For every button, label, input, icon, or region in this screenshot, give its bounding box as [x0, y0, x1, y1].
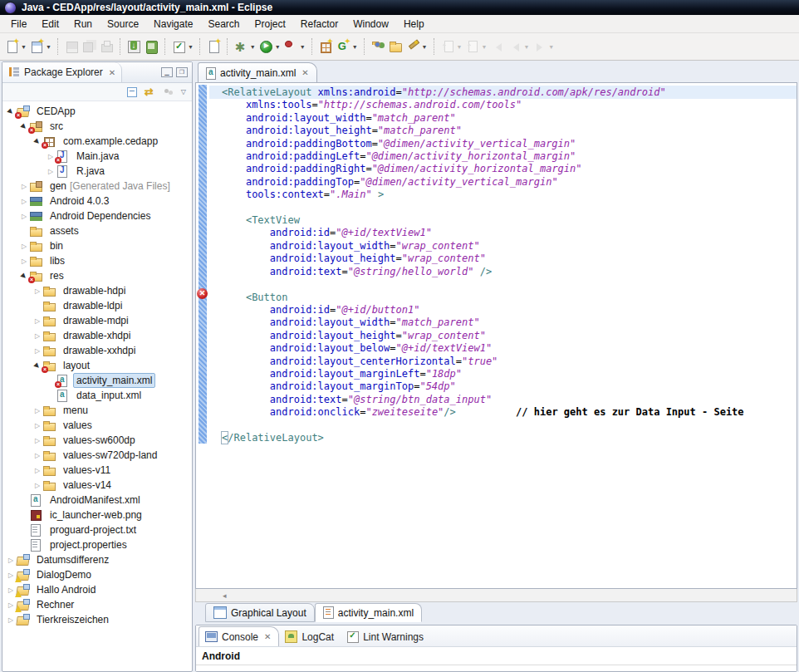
- tree-item-ic-launcher-web-png[interactable]: ic_launcher-web.png: [2, 508, 192, 522]
- tree-item-android-dependencies[interactable]: ▷Android Dependencies: [2, 208, 192, 223]
- tree-item-bin[interactable]: ▷bin: [2, 238, 192, 253]
- tree-item-values-sw600dp[interactable]: ▷values-sw600dp: [2, 433, 192, 448]
- expand-arrow-icon[interactable]: ▷: [32, 482, 42, 489]
- expand-arrow-icon[interactable]: ▷: [32, 287, 42, 295]
- menu-refactor[interactable]: Refactor: [293, 17, 346, 32]
- tree-item-androidmanifest-xml[interactable]: AndroidManifest.xml: [2, 493, 192, 508]
- tree-item-libs[interactable]: ▷libs: [2, 253, 192, 268]
- new-xml-file-button[interactable]: [205, 37, 223, 56]
- back-curved-button[interactable]: [488, 37, 506, 56]
- tree-item-cedapp[interactable]: ▶×CEDApp: [2, 104, 192, 119]
- tree-item-values-sw720dp-land[interactable]: ▷values-sw720dp-land: [2, 448, 192, 463]
- dropdown-caret-icon[interactable]: ▼: [523, 44, 529, 50]
- new-app-grid-button[interactable]: [317, 37, 335, 56]
- tree-item-drawable-ldpi[interactable]: drawable-ldpi: [2, 298, 192, 313]
- menu-help[interactable]: Help: [396, 17, 432, 32]
- close-icon[interactable]: ✕: [301, 68, 308, 77]
- android-sdk-manager-button[interactable]: [125, 37, 143, 56]
- external-tools-button[interactable]: ▼: [282, 37, 307, 56]
- opengl-trace-button[interactable]: ▼: [335, 37, 360, 56]
- new-wizard-button[interactable]: ▼: [3, 37, 28, 56]
- editor-hscrollbar[interactable]: ◂: [195, 589, 797, 602]
- save-all-button[interactable]: [81, 37, 98, 56]
- maximize-icon[interactable]: ❐: [176, 67, 188, 77]
- editor-mode-tab-graphical-layout[interactable]: Graphical Layout: [205, 603, 315, 622]
- expand-arrow-icon[interactable]: ▷: [19, 213, 29, 220]
- dropdown-caret-icon[interactable]: ▼: [250, 44, 256, 50]
- menu-project[interactable]: Project: [247, 17, 292, 32]
- open-resource-button[interactable]: [387, 37, 404, 56]
- editor-tab-activity-main[interactable]: activity_main.xml ✕: [198, 62, 317, 82]
- console-tab-logcat[interactable]: LogCat: [279, 627, 341, 646]
- menu-search[interactable]: Search: [200, 17, 247, 32]
- tree-item-drawable-xhdpi[interactable]: ▷drawable-xhdpi: [2, 328, 192, 343]
- avd-manager-button[interactable]: [143, 37, 160, 56]
- dropdown-caret-icon[interactable]: ▼: [188, 44, 194, 50]
- expand-arrow-icon[interactable]: ▷: [32, 452, 42, 459]
- expand-arrow-icon[interactable]: ▷: [32, 317, 42, 325]
- expand-arrow-icon[interactable]: ▷: [19, 258, 29, 265]
- tree-item-android-4-0-3[interactable]: ▷Android 4.0.3: [2, 194, 192, 208]
- code-editor[interactable]: ✕ <RelativeLayout xmlns:android="http://…: [195, 82, 797, 589]
- scroll-left-icon[interactable]: ◂: [223, 591, 227, 600]
- expand-arrow-icon[interactable]: ▷: [32, 332, 42, 340]
- print-button[interactable]: [98, 37, 115, 56]
- tree-item-gen[interactable]: ▷gen [Generated Java Files]: [2, 179, 192, 194]
- dropdown-caret-icon[interactable]: ▼: [21, 44, 27, 50]
- tree-item-data-input-xml[interactable]: data_input.xml: [2, 388, 192, 403]
- tree-item-values[interactable]: ▷values: [2, 418, 192, 433]
- tree-item-hallo-android[interactable]: ▷Hallo Android: [2, 582, 192, 597]
- editor-annotation-bar[interactable]: [199, 85, 207, 444]
- expand-arrow-icon[interactable]: ▷: [19, 243, 29, 250]
- tree-item-menu[interactable]: ▷menu: [2, 403, 192, 418]
- tree-item-values-v14[interactable]: ▷values-v14: [2, 478, 192, 493]
- dropdown-caret-icon[interactable]: ▼: [275, 44, 281, 50]
- tree-item-main-java[interactable]: ▷×Main.java: [2, 149, 192, 164]
- tree-item-assets[interactable]: assets: [2, 223, 192, 238]
- console-tab-console[interactable]: Console✕: [199, 626, 279, 646]
- run-check-button[interactable]: ▼: [170, 37, 195, 56]
- minimize-icon[interactable]: ▁: [161, 67, 173, 77]
- last-edit-location-button[interactable]: ▼: [439, 37, 464, 56]
- back-button[interactable]: ▼: [506, 37, 531, 56]
- open-perspective-button[interactable]: [370, 37, 387, 56]
- expand-arrow-icon[interactable]: ▷: [19, 183, 29, 190]
- close-icon[interactable]: ✕: [264, 632, 271, 641]
- expand-arrow-icon[interactable]: ▷: [32, 467, 42, 474]
- focus-icon[interactable]: [163, 86, 175, 98]
- error-marker-icon[interactable]: ✕: [197, 288, 208, 299]
- dropdown-caret-icon[interactable]: ▼: [422, 44, 428, 50]
- tree-item-com-example-cedapp[interactable]: ▶×com.example.cedapp: [2, 134, 192, 149]
- expand-arrow-icon[interactable]: ▷: [32, 437, 42, 444]
- forward-button[interactable]: ▼: [531, 37, 556, 56]
- menu-run[interactable]: Run: [66, 17, 100, 32]
- debug-button[interactable]: ▼: [233, 37, 257, 56]
- tree-item-res[interactable]: ▶×res: [2, 268, 192, 283]
- tree-item-proguard-project-txt[interactable]: proguard-project.txt: [2, 522, 192, 537]
- dropdown-caret-icon[interactable]: ▼: [352, 44, 358, 50]
- expand-arrow-icon[interactable]: ▷: [32, 407, 42, 414]
- view-menu-icon[interactable]: ▽: [181, 88, 186, 96]
- tree-item-layout[interactable]: ▶×layout: [2, 358, 192, 373]
- new-java-project-button[interactable]: ▼: [28, 37, 53, 56]
- link-with-editor-icon[interactable]: [145, 86, 157, 98]
- menu-navigate[interactable]: Navigate: [146, 17, 200, 32]
- expand-arrow-icon[interactable]: ▷: [32, 347, 42, 355]
- dropdown-caret-icon[interactable]: ▼: [46, 44, 51, 50]
- collapse-all-icon[interactable]: [126, 86, 139, 98]
- tree-item-project-properties[interactable]: project.properties: [2, 537, 192, 552]
- save-button[interactable]: [63, 37, 81, 56]
- go-into-button[interactable]: ▼: [463, 37, 488, 56]
- tree-item-rechner[interactable]: ▷Rechner: [2, 597, 192, 612]
- tree-item-drawable-mdpi[interactable]: ▷drawable-mdpi: [2, 313, 192, 328]
- menu-file[interactable]: File: [3, 17, 34, 32]
- package-explorer-tab[interactable]: Package Explorer ✕: [2, 62, 122, 82]
- dropdown-caret-icon[interactable]: ▼: [548, 44, 554, 50]
- expand-arrow-icon[interactable]: ▷: [46, 168, 56, 175]
- dropdown-caret-icon[interactable]: ▼: [457, 44, 463, 50]
- tree-item-dialogdemo[interactable]: ▷DialogDemo: [2, 567, 192, 582]
- tree-item-tierkreiszeichen[interactable]: ▷Tierkreiszeichen: [2, 612, 192, 627]
- tree-item-activity-main-xml[interactable]: ×activity_main.xml: [2, 373, 192, 388]
- editor-mode-tab-activity-main-xml[interactable]: activity_main.xml: [315, 603, 422, 622]
- tree-item-drawable-xxhdpi[interactable]: ▷drawable-xxhdpi: [2, 343, 192, 358]
